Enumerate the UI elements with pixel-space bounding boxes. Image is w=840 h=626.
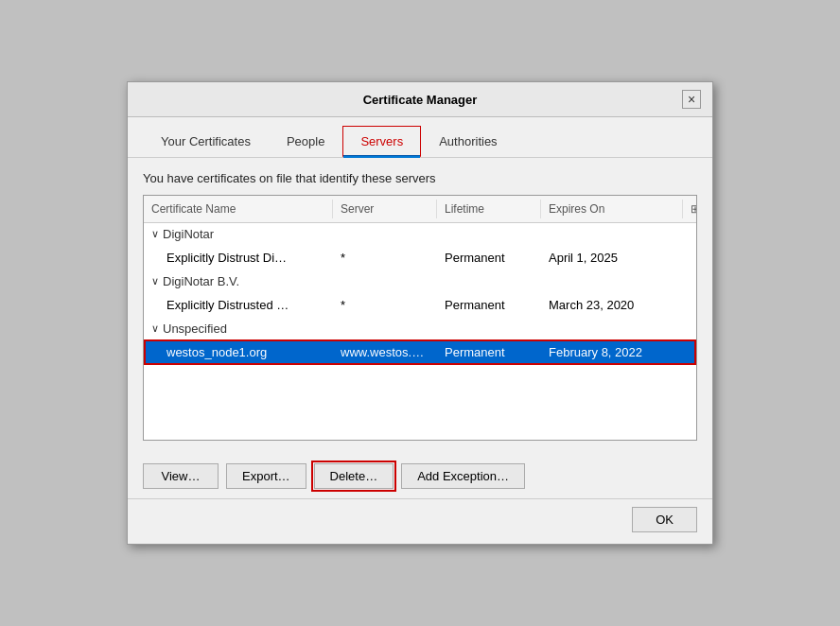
cert-expires: April 1, 2025 [541,248,683,268]
ok-button[interactable]: OK [632,507,697,532]
col-certificate-name: Certificate Name [144,200,333,218]
cert-extra [683,295,697,315]
table-body: ∨ DigiNotar Explicitly Distrust Di… * Pe… [144,223,696,365]
chevron-icon: ∨ [151,228,159,240]
cert-name: westos_node1.org [144,342,333,362]
col-icon: ⊞ [683,200,697,218]
cert-name: Explicitly Distrusted … [144,295,333,315]
export-button[interactable]: Export… [226,463,306,489]
chevron-icon: ∨ [151,322,159,335]
description-text: You have certificates on file that ident… [143,171,697,185]
main-content: You have certificates on file that ident… [128,158,712,454]
col-server: Server [333,200,437,218]
cert-lifetime: Permanent [437,248,541,268]
cert-expires: February 8, 2022 [541,342,683,362]
cert-server: * [333,248,437,268]
certificates-table[interactable]: Certificate Name Server Lifetime Expires… [143,195,697,441]
col-lifetime: Lifetime [437,200,541,218]
cert-name: Explicitly Distrust Di… [144,248,333,268]
group-unspecified: ∨ Unspecified [144,318,696,339]
title-bar: Certificate Manager × [128,82,712,117]
table-header: Certificate Name Server Lifetime Expires… [144,196,696,223]
tab-authorities[interactable]: Authorities [421,126,515,158]
cert-lifetime: Permanent [437,295,541,315]
tab-servers[interactable]: Servers [342,126,421,158]
close-button[interactable]: × [682,90,701,109]
certificate-manager-dialog: Certificate Manager × Your Certificates … [127,81,713,545]
cert-expires: March 23, 2020 [541,295,683,315]
group-diginotar: ∨ DigiNotar [144,223,696,245]
cert-server: * [333,295,437,315]
col-expires: Expires On [541,200,683,218]
add-exception-button[interactable]: Add Exception… [401,463,525,489]
delete-button[interactable]: Delete… [314,463,394,489]
chevron-icon: ∨ [151,275,159,287]
cert-extra [683,248,697,268]
cert-extra [683,342,697,362]
table-row-selected[interactable]: westos_node1.org www.westos.o… Permanent… [144,339,696,365]
cert-lifetime: Permanent [437,342,541,362]
table-row[interactable]: Explicitly Distrusted … * Permanent Marc… [144,292,696,318]
cert-server: www.westos.o… [333,342,437,362]
tab-your-certificates[interactable]: Your Certificates [143,126,269,158]
ok-bar: OK [128,498,712,544]
dialog-title: Certificate Manager [158,93,682,107]
footer-buttons: View… Export… Delete… Add Exception… [128,454,712,498]
tab-bar: Your Certificates People Servers Authori… [128,117,712,158]
tab-people[interactable]: People [269,126,342,158]
group-diginotar-bv: ∨ DigiNotar B.V. [144,270,696,292]
view-button[interactable]: View… [143,463,219,489]
table-row[interactable]: Explicitly Distrust Di… * Permanent Apri… [144,245,696,270]
